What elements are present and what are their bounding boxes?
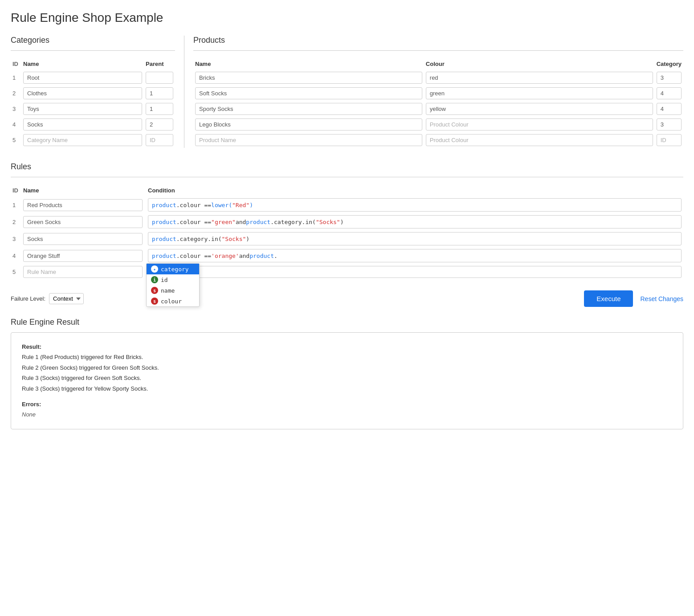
- cat-row: 3: [11, 101, 175, 117]
- prod-name-input[interactable]: [195, 72, 422, 84]
- prod-colour-cell[interactable]: [424, 101, 655, 117]
- cat-parent-cell[interactable]: [144, 70, 175, 86]
- cat-name-cell[interactable]: [21, 132, 144, 148]
- cat-name-cell[interactable]: [21, 101, 144, 117]
- rule-condition-cell[interactable]: [146, 264, 683, 280]
- prod-name-cell[interactable]: [193, 117, 424, 132]
- condition-part: and: [236, 219, 246, 225]
- rule-name-input[interactable]: [23, 199, 143, 211]
- cat-parent-input[interactable]: [146, 134, 173, 146]
- cat-parent-input[interactable]: [146, 72, 173, 84]
- prod-category-input[interactable]: [657, 134, 682, 146]
- autocomplete-item[interactable]: i id: [147, 274, 199, 285]
- autocomplete-item[interactable]: s name: [147, 285, 199, 296]
- cat-parent-input[interactable]: [146, 118, 173, 131]
- cat-id-cell: 4: [11, 117, 21, 132]
- rule-id-cell: 5: [11, 264, 21, 280]
- result-line: Rule 2 (Green Socks) triggered for Green…: [22, 363, 672, 373]
- prod-colour-input[interactable]: [426, 87, 653, 99]
- cat-name-input[interactable]: [23, 134, 142, 146]
- prod-colour-cell[interactable]: [424, 70, 655, 86]
- prod-category-cell[interactable]: [655, 86, 683, 101]
- errors-value: None: [22, 411, 36, 418]
- cat-name-input[interactable]: [23, 103, 142, 115]
- cat-parent-input[interactable]: [146, 87, 173, 99]
- condition-code[interactable]: product.colour == 'orange' and product.: [148, 249, 682, 262]
- prod-colour-cell[interactable]: [424, 132, 655, 148]
- condition-part: "Red": [232, 202, 249, 208]
- ac-icon: i: [151, 276, 158, 283]
- cat-parent-input[interactable]: [146, 103, 173, 115]
- rule-condition-cell[interactable]: product.colour == "green" and product.ca…: [146, 213, 683, 230]
- prod-category-cell[interactable]: [655, 70, 683, 86]
- prod-name-cell[interactable]: [193, 70, 424, 86]
- ac-label: category: [161, 266, 189, 273]
- cat-name-input[interactable]: [23, 87, 142, 99]
- prod-category-input[interactable]: [657, 118, 682, 131]
- autocomplete-item[interactable]: ✦ category: [147, 264, 199, 274]
- rule-name-cell[interactable]: [21, 264, 146, 280]
- rule-id-cell: 2: [11, 213, 21, 230]
- rule-condition-cell[interactable]: product.category.in("Socks"): [146, 230, 683, 247]
- reset-button[interactable]: Reset Changes: [640, 295, 683, 302]
- errors-label: Errors:: [22, 399, 672, 409]
- rule-condition-cell[interactable]: product.colour == lower("Red"): [146, 196, 683, 213]
- rule-name-input[interactable]: [23, 233, 143, 245]
- condition-code[interactable]: product.colour == "green" and product.ca…: [148, 215, 682, 228]
- rule-col-condition: Condition: [146, 184, 683, 196]
- cat-name-cell[interactable]: [21, 117, 144, 132]
- prod-colour-input[interactable]: [426, 118, 653, 131]
- prod-colour-input[interactable]: [426, 72, 653, 84]
- prod-name-cell[interactable]: [193, 86, 424, 101]
- prod-name-input[interactable]: [195, 103, 422, 115]
- condition-code[interactable]: product.colour == lower("Red"): [148, 198, 682, 212]
- condition-part: .colour ==: [176, 219, 211, 225]
- cat-col-name: Name: [21, 58, 144, 70]
- condition-part: .colour ==: [176, 253, 211, 259]
- prod-category-cell[interactable]: [655, 101, 683, 117]
- prod-name-cell[interactable]: [193, 101, 424, 117]
- cat-name-cell[interactable]: [21, 86, 144, 101]
- prod-colour-input[interactable]: [426, 134, 653, 146]
- page-title: Rule Engine Shop Example: [11, 11, 683, 25]
- cat-row: 1: [11, 70, 175, 86]
- cat-parent-cell[interactable]: [144, 86, 175, 101]
- prod-name-input[interactable]: [195, 134, 422, 146]
- autocomplete-item[interactable]: s colour: [147, 296, 199, 306]
- rule-name-input[interactable]: [23, 250, 143, 262]
- prod-category-input[interactable]: [657, 103, 682, 115]
- execute-button[interactable]: Execute: [584, 290, 633, 307]
- condition-part: .category.in(: [176, 236, 222, 242]
- cat-name-input[interactable]: [23, 72, 142, 84]
- cat-parent-cell[interactable]: [144, 101, 175, 117]
- failure-level-select[interactable]: ContextErrorWarning: [49, 293, 84, 304]
- rule-name-input[interactable]: [23, 216, 143, 228]
- cat-parent-cell[interactable]: [144, 117, 175, 132]
- ac-icon: s: [151, 287, 158, 294]
- prod-category-input[interactable]: [657, 87, 682, 99]
- prod-colour-input[interactable]: [426, 103, 653, 115]
- autocomplete-dropdown: ✦ category i id s name s colour: [146, 263, 200, 307]
- prod-colour-cell[interactable]: [424, 117, 655, 132]
- rule-row: 3 product.category.in("Socks"): [11, 230, 683, 247]
- cat-name-cell[interactable]: [21, 70, 144, 86]
- prod-name-input[interactable]: [195, 118, 422, 131]
- prod-colour-cell[interactable]: [424, 86, 655, 101]
- rule-name-cell[interactable]: [21, 247, 146, 264]
- rule-name-input[interactable]: [23, 266, 143, 278]
- prod-category-cell[interactable]: [655, 132, 683, 148]
- rules-heading: Rules: [11, 162, 683, 171]
- cat-id-cell: 5: [11, 132, 21, 148]
- prod-name-cell[interactable]: [193, 132, 424, 148]
- cat-name-input[interactable]: [23, 118, 142, 131]
- prod-category-input[interactable]: [657, 72, 682, 84]
- condition-input[interactable]: [148, 266, 682, 278]
- cat-parent-cell[interactable]: [144, 132, 175, 148]
- prod-category-cell[interactable]: [655, 117, 683, 132]
- rule-condition-cell[interactable]: product.colour == 'orange' and product. …: [146, 247, 683, 264]
- prod-name-input[interactable]: [195, 87, 422, 99]
- rule-name-cell[interactable]: [21, 230, 146, 247]
- condition-code[interactable]: product.category.in("Socks"): [148, 232, 682, 245]
- rule-name-cell[interactable]: [21, 196, 146, 213]
- rule-name-cell[interactable]: [21, 213, 146, 230]
